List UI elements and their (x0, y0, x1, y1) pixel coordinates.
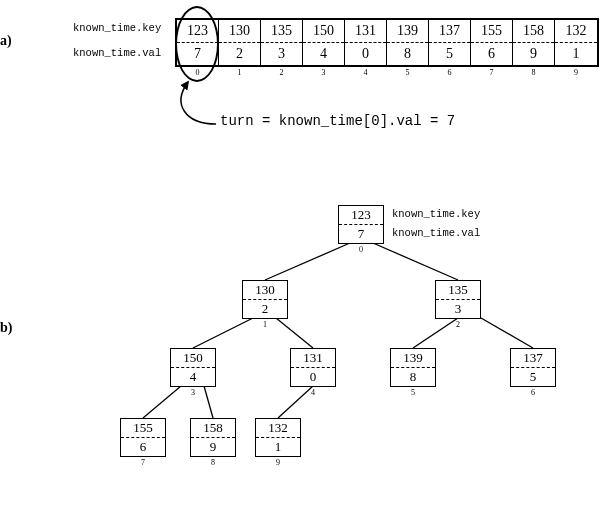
tree-node-9: 132 1 9 (255, 418, 301, 457)
node-idx: 5 (391, 388, 435, 397)
cell-val: 9 (513, 43, 554, 65)
cell-val: 4 (303, 43, 344, 65)
cell-val: 3 (261, 43, 302, 65)
svg-line-5 (481, 318, 533, 348)
tree-node-3: 150 4 3 (170, 348, 216, 387)
cell-idx: 1 (219, 68, 260, 77)
array-cell-1: 130 2 1 (219, 20, 261, 65)
svg-line-0 (265, 243, 350, 280)
tree-node-2: 135 3 2 (435, 280, 481, 319)
node-idx: 8 (191, 458, 235, 467)
tree-node-0: 123 7 0 (338, 205, 384, 244)
node-key: 123 (339, 206, 383, 224)
cell-val: 6 (471, 43, 512, 65)
cell-val: 0 (345, 43, 386, 65)
array-cell-6: 137 5 6 (429, 20, 471, 65)
node-idx: 9 (256, 458, 300, 467)
array-cell-7: 155 6 7 (471, 20, 513, 65)
array-cell-3: 150 4 3 (303, 20, 345, 65)
node-key: 150 (171, 349, 215, 367)
node-val: 7 (339, 225, 383, 243)
node-key: 132 (256, 419, 300, 437)
cell-idx: 7 (471, 68, 512, 77)
svg-line-1 (373, 243, 458, 280)
node-val: 4 (171, 368, 215, 386)
node-key: 131 (291, 349, 335, 367)
node-idx: 2 (436, 320, 480, 329)
node-val: 6 (121, 438, 165, 456)
cell-key: 155 (471, 20, 512, 42)
cell-key: 150 (303, 20, 344, 42)
node-key: 158 (191, 419, 235, 437)
cell-idx: 3 (303, 68, 344, 77)
known-time-array: 123 7 0 130 2 1 135 3 2 150 4 3 131 0 4 (175, 18, 599, 67)
key-row-label: known_time.key (73, 22, 161, 34)
cell-key: 123 (177, 20, 218, 42)
cell-idx: 5 (387, 68, 428, 77)
node-key: 155 (121, 419, 165, 437)
node-idx: 0 (339, 245, 383, 254)
cell-idx: 4 (345, 68, 386, 77)
array-cell-4: 131 0 4 (345, 20, 387, 65)
tree-node-6: 137 5 6 (510, 348, 556, 387)
label-a: a) (0, 33, 12, 49)
heap-tree: 123 7 0 known_time.key known_time.val 13… (0, 200, 607, 519)
node-key: 137 (511, 349, 555, 367)
cell-key: 135 (261, 20, 302, 42)
cell-key: 137 (429, 20, 470, 42)
node-idx: 4 (291, 388, 335, 397)
tree-node-4: 131 0 4 (290, 348, 336, 387)
node-idx: 3 (171, 388, 215, 397)
node-key: 139 (391, 349, 435, 367)
cell-key: 130 (219, 20, 260, 42)
tree-node-1: 130 2 1 (242, 280, 288, 319)
node-idx: 7 (121, 458, 165, 467)
cell-idx: 0 (177, 68, 218, 77)
cell-val: 8 (387, 43, 428, 65)
node-val: 3 (436, 300, 480, 318)
tree-node-5: 139 8 5 (390, 348, 436, 387)
tree-node-7: 155 6 7 (120, 418, 166, 457)
node-val: 9 (191, 438, 235, 456)
node-val: 0 (291, 368, 335, 386)
cell-val: 5 (429, 43, 470, 65)
cell-key: 132 (555, 20, 597, 42)
node-val: 1 (256, 438, 300, 456)
array-cell-0: 123 7 0 (177, 20, 219, 65)
cell-idx: 9 (555, 68, 597, 77)
node-val: 5 (511, 368, 555, 386)
cell-val: 2 (219, 43, 260, 65)
array-cell-2: 135 3 2 (261, 20, 303, 65)
cell-idx: 6 (429, 68, 470, 77)
cell-idx: 2 (261, 68, 302, 77)
root-key-label: known_time.key (392, 208, 480, 220)
figure: a) known_time.key known_time.val 123 7 0… (0, 0, 607, 519)
val-row-label: known_time.val (73, 47, 161, 59)
node-idx: 6 (511, 388, 555, 397)
cell-key: 131 (345, 20, 386, 42)
array-cell-8: 158 9 8 (513, 20, 555, 65)
node-key: 135 (436, 281, 480, 299)
cell-val: 7 (177, 43, 218, 65)
tree-node-8: 158 9 8 (190, 418, 236, 457)
cell-key: 158 (513, 20, 554, 42)
node-idx: 1 (243, 320, 287, 329)
node-key: 130 (243, 281, 287, 299)
turn-expression: turn = known_time[0].val = 7 (220, 113, 455, 129)
root-val-label: known_time.val (392, 227, 480, 239)
array-cell-9: 132 1 9 (555, 20, 597, 65)
array-cell-5: 139 8 5 (387, 20, 429, 65)
node-val: 2 (243, 300, 287, 318)
cell-val: 1 (555, 43, 597, 65)
cell-key: 139 (387, 20, 428, 42)
node-val: 8 (391, 368, 435, 386)
cell-idx: 8 (513, 68, 554, 77)
